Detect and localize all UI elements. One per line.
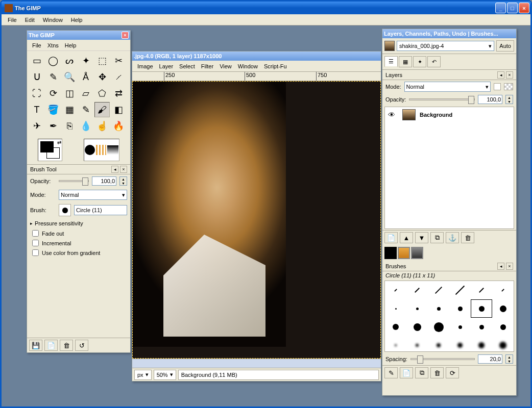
active-gradient-icon[interactable] (107, 145, 118, 155)
auto-button[interactable]: Auto (496, 40, 514, 52)
tool-flip[interactable]: ⇄ (111, 86, 126, 101)
tool-align[interactable]: ⟋ (111, 69, 126, 85)
brush-cell[interactable] (406, 318, 428, 336)
brush-cell[interactable] (449, 336, 471, 352)
brush-cell[interactable] (471, 336, 492, 352)
brush-cell[interactable] (428, 299, 449, 318)
toolbox-menu-xtns[interactable]: Xtns (44, 41, 62, 49)
brush-cell[interactable] (406, 281, 428, 299)
tool-measure[interactable]: Å (78, 69, 93, 85)
opacity-spinner[interactable]: ▲▼ (119, 176, 127, 186)
unit-select[interactable]: px ▾ (134, 370, 152, 380)
tool-eraser[interactable]: ◧ (111, 102, 126, 117)
toolbox-menu-help[interactable]: Help (62, 41, 80, 49)
tab-channels[interactable]: ▦ (399, 56, 412, 67)
tool-clone[interactable]: ⎘ (62, 118, 77, 134)
spacing-input[interactable]: 20,0 (478, 354, 502, 364)
opacity-input[interactable]: 100,0 (92, 176, 116, 186)
tool-pencil[interactable]: ✎ (78, 102, 93, 117)
tool-scale[interactable]: ◫ (62, 86, 77, 101)
tool-text[interactable]: T (29, 102, 44, 117)
dock-menu-button[interactable]: ◂ (111, 166, 118, 173)
tool-airbrush[interactable]: ✈ (29, 118, 44, 134)
layer-opacity-slider[interactable] (409, 98, 475, 100)
delete-options-button[interactable]: 🗑 (60, 340, 73, 351)
tool-rotate[interactable]: ⟳ (45, 86, 61, 101)
tab-patterns[interactable] (398, 247, 410, 259)
brush-pattern-gradient[interactable] (84, 139, 119, 161)
swap-colors-icon[interactable]: ⇄ (57, 140, 61, 145)
image-menu-layer[interactable]: Layer (156, 62, 177, 70)
brush-cell[interactable] (492, 336, 514, 352)
brush-cell[interactable] (471, 318, 492, 336)
eye-icon[interactable]: 👁 (388, 111, 398, 119)
toolbox-titlebar[interactable]: The GIMP × (27, 31, 130, 40)
canvas[interactable] (132, 81, 381, 359)
layer-opacity-spinner[interactable]: ▲▼ (505, 95, 513, 104)
brush-cell[interactable] (428, 318, 449, 336)
refresh-brush-button[interactable]: ⟳ (446, 367, 459, 378)
brush-cell[interactable] (449, 318, 471, 336)
image-menu-filter[interactable]: Filter (198, 62, 216, 70)
brushes-detach-button[interactable]: × (506, 263, 513, 270)
brush-cell[interactable] (428, 281, 449, 299)
tool-color-picker[interactable]: ✎ (45, 69, 61, 85)
brush-cell[interactable] (428, 336, 449, 352)
brush-cell[interactable] (385, 318, 406, 336)
pressure-expander[interactable]: ▸ Pressure sensitivity (27, 218, 130, 228)
brush-cell[interactable] (492, 318, 514, 336)
spacing-spinner[interactable]: ▲▼ (505, 354, 513, 364)
tab-paths[interactable]: ✦ (413, 56, 426, 67)
image-titlebar[interactable]: .jpg-4.0 (RGB, 1 layer) 1187x1000 (132, 52, 381, 61)
tool-ellipse-select[interactable]: ◯ (45, 53, 61, 68)
brush-preview[interactable] (59, 204, 71, 216)
tool-shear[interactable]: ▱ (78, 86, 93, 101)
image-menu-window[interactable]: Window (235, 62, 261, 70)
use-gradient-checkbox[interactable] (32, 249, 39, 256)
incremental-checkbox[interactable] (32, 240, 39, 246)
duplicate-brush-button[interactable]: ⧉ (415, 367, 428, 378)
layers-dock-titlebar[interactable]: Layers, Channels, Paths, Undo | Brushes.… (382, 29, 516, 38)
active-brush-icon[interactable] (85, 145, 95, 155)
layer-row[interactable]: 👁 Background (385, 107, 514, 122)
brush-grid[interactable] (384, 280, 514, 352)
tool-by-color-select[interactable]: ⬚ (94, 53, 110, 68)
ruler-horizontal[interactable]: 250 500 750 (132, 72, 381, 81)
brush-cell[interactable] (449, 299, 471, 318)
tool-rect-select[interactable]: ▭ (29, 53, 44, 68)
maximize-button[interactable]: □ (507, 3, 518, 13)
brush-cell[interactable] (385, 299, 406, 318)
minimize-button[interactable]: _ (495, 3, 506, 13)
brush-cell[interactable] (492, 299, 514, 318)
image-menu-view[interactable]: View (216, 62, 235, 70)
layer-opacity-input[interactable]: 100,0 (478, 95, 502, 104)
brush-name-field[interactable]: Circle (11) (74, 205, 127, 215)
brush-cell[interactable] (449, 281, 471, 299)
new-brush-button[interactable]: 📄 (400, 367, 413, 378)
brush-cell[interactable] (385, 281, 406, 299)
dock-close-button[interactable]: × (120, 166, 127, 173)
layer-mode-select[interactable]: Normal▾ (404, 82, 491, 92)
tool-blend[interactable]: ▦ (62, 102, 77, 117)
tool-bucket-fill[interactable]: 🪣 (45, 102, 61, 117)
mode-select[interactable]: Normal▾ (59, 190, 127, 200)
fg-color-swatch[interactable] (40, 141, 54, 152)
tab-brushes[interactable] (384, 247, 397, 259)
brush-cell[interactable] (492, 281, 514, 299)
edit-brush-button[interactable]: ✎ (384, 367, 398, 378)
tool-scissors[interactable]: ✂ (111, 53, 126, 68)
brush-cell[interactable] (406, 336, 428, 352)
new-layer-button[interactable]: 📄 (384, 232, 398, 243)
brush-cell[interactable] (406, 299, 428, 318)
tool-dodge[interactable]: 🔥 (111, 118, 126, 134)
brush-cell[interactable] (471, 281, 492, 299)
brushes-menu-button[interactable]: ◂ (497, 263, 504, 270)
tool-blur[interactable]: 💧 (78, 118, 93, 134)
image-menu-select[interactable]: Select (176, 62, 198, 70)
tool-paintbrush[interactable]: 🖌 (94, 102, 110, 117)
toolbox-close-button[interactable]: × (122, 32, 129, 39)
tool-ink[interactable]: ✒ (45, 118, 61, 134)
tool-free-select[interactable]: ᔕ (62, 53, 77, 68)
tool-fuzzy-select[interactable]: ✦ (78, 53, 93, 68)
opacity-slider[interactable] (59, 180, 89, 182)
